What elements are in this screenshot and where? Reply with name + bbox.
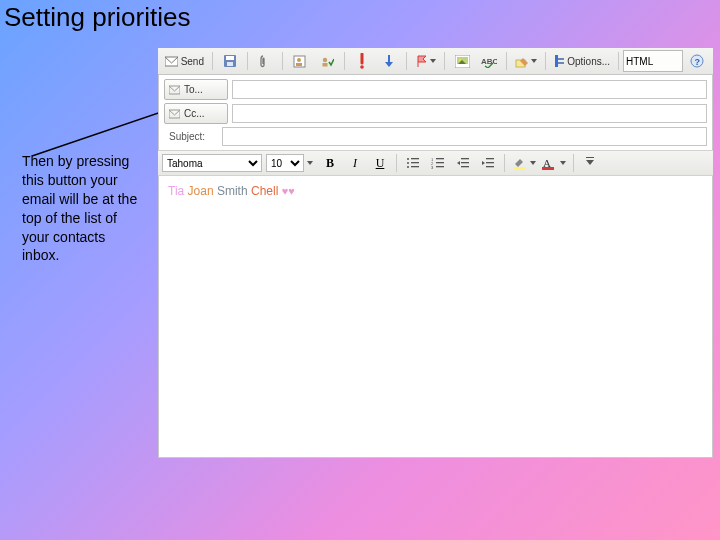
help-button[interactable]: ? (684, 50, 710, 72)
description-text: Then by pressing this button your email … (22, 152, 142, 265)
address-book-icon (293, 55, 307, 68)
svg-rect-10 (322, 63, 327, 67)
more-format-button[interactable] (578, 153, 602, 173)
svg-rect-31 (411, 162, 419, 163)
cc-label: Cc... (184, 108, 205, 119)
svg-marker-14 (385, 62, 393, 67)
flag-icon (415, 54, 428, 68)
outdent-button[interactable] (451, 153, 475, 173)
numbering-icon: 123 (431, 157, 445, 169)
toolbar-separator (406, 52, 407, 70)
svg-rect-29 (411, 158, 419, 159)
highlight-button[interactable] (509, 153, 539, 173)
svg-rect-5 (227, 62, 233, 66)
svg-point-12 (360, 65, 364, 69)
svg-point-32 (407, 166, 409, 168)
svg-rect-37 (436, 162, 444, 163)
indent-icon (481, 157, 495, 169)
chevron-down-icon (531, 59, 537, 63)
send-label: Send (181, 56, 204, 67)
outdent-icon (456, 157, 470, 169)
picture-icon (455, 55, 470, 68)
message-body[interactable]: Tia Joan Smith Chell ♥♥ (158, 176, 713, 206)
subject-field[interactable] (222, 127, 707, 146)
priority-low-icon (383, 54, 395, 68)
bold-button[interactable]: B (318, 153, 342, 173)
svg-rect-41 (461, 162, 469, 163)
svg-marker-43 (457, 161, 460, 165)
signature-icon (515, 55, 529, 68)
address-book-button[interactable] (287, 50, 313, 72)
toolbar-separator (573, 154, 574, 172)
insert-picture-button[interactable] (449, 50, 475, 72)
sig-part: Joan (188, 184, 214, 198)
send-button[interactable]: Send (161, 50, 208, 72)
subject-label: Subject: (164, 131, 218, 142)
check-names-icon (320, 55, 334, 68)
paperclip-icon (259, 54, 271, 68)
svg-text:?: ? (695, 57, 701, 67)
attach-button[interactable] (252, 50, 278, 72)
format-mode-select[interactable] (623, 50, 683, 72)
chevron-down-icon (560, 161, 566, 165)
sig-part: Smith (217, 184, 248, 198)
options-button[interactable]: Options... (550, 50, 614, 72)
italic-button[interactable]: I (343, 153, 367, 173)
svg-point-9 (323, 57, 327, 61)
numbering-button[interactable]: 123 (426, 153, 450, 173)
cc-button[interactable]: Cc... (164, 103, 228, 124)
bullets-icon (406, 157, 420, 169)
svg-marker-47 (482, 161, 485, 165)
svg-rect-39 (436, 166, 444, 167)
toolbar-separator (504, 154, 505, 172)
chevron-down-icon (307, 161, 313, 165)
underline-button[interactable]: U (368, 153, 392, 173)
sig-part: Tia (168, 184, 184, 198)
toolbar-separator (545, 52, 546, 70)
svg-rect-46 (486, 166, 494, 167)
save-icon (223, 54, 237, 68)
recipient-icon (169, 84, 180, 95)
to-button[interactable]: To... (164, 79, 228, 100)
check-names-button[interactable] (314, 50, 340, 72)
bullets-button[interactable] (401, 153, 425, 173)
cc-field[interactable] (232, 104, 707, 123)
flag-button[interactable] (411, 50, 440, 72)
to-field[interactable] (232, 80, 707, 99)
font-color-button[interactable]: A (540, 153, 569, 173)
svg-point-28 (407, 158, 409, 160)
chevron-down-icon (430, 59, 436, 63)
more-icon (586, 157, 594, 169)
priority-low-button[interactable] (376, 50, 402, 72)
svg-rect-40 (461, 158, 469, 159)
indent-button[interactable] (476, 153, 500, 173)
help-icon: ? (690, 54, 704, 68)
toolbar-separator (506, 52, 507, 70)
compose-window: Send (158, 48, 713, 458)
svg-rect-8 (296, 63, 302, 66)
address-block: To... Cc... Subject: (158, 75, 713, 146)
to-label: To... (184, 84, 203, 95)
send-icon (165, 55, 178, 67)
svg-rect-48 (514, 167, 526, 170)
font-name-select[interactable]: Tahoma (162, 154, 262, 172)
font-color-swatch (542, 167, 554, 170)
toolbar-separator (282, 52, 283, 70)
svg-rect-23 (555, 55, 558, 67)
toolbar-separator (212, 52, 213, 70)
spellcheck-icon: ABC (481, 55, 497, 68)
signature-line: Tia Joan Smith Chell ♥♥ (168, 184, 703, 198)
font-size-select[interactable]: 10 (266, 154, 304, 172)
sig-part: Chell (251, 184, 278, 198)
chevron-down-icon (530, 161, 536, 165)
svg-rect-33 (411, 166, 419, 167)
svg-rect-50 (586, 157, 594, 158)
priority-high-button[interactable] (349, 50, 375, 72)
spellcheck-button[interactable]: ABC (476, 50, 502, 72)
signature-button[interactable] (511, 50, 541, 72)
toolbar-separator (344, 52, 345, 70)
svg-point-30 (407, 162, 409, 164)
format-toolbar: Tahoma 10 B I U 123 (158, 150, 713, 176)
svg-rect-42 (461, 166, 469, 167)
save-button[interactable] (217, 50, 243, 72)
